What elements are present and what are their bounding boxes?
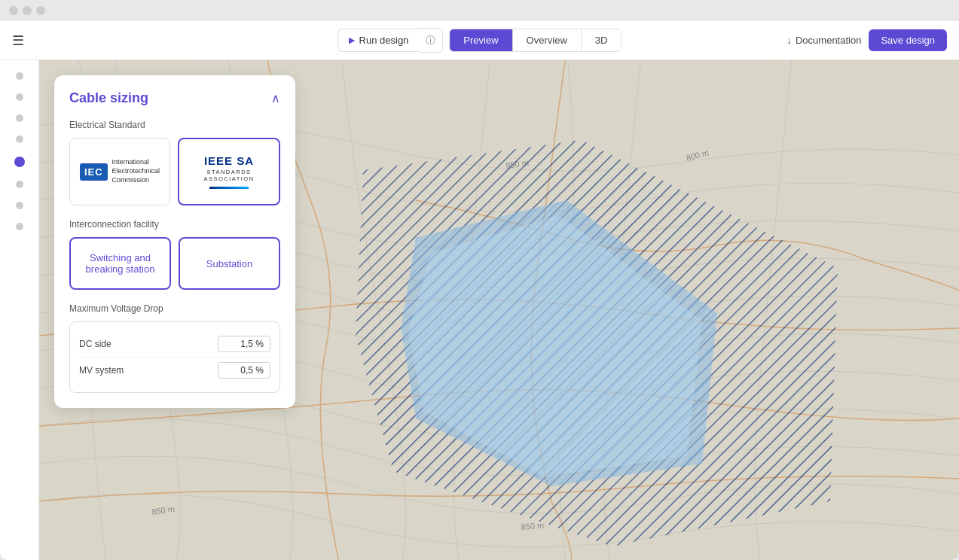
voltage-drop-label: Maximum Voltage Drop: [69, 303, 280, 314]
app-container: ☰ ▶ Run design ⓘ Preview Overview 3D ↓ D…: [0, 21, 959, 560]
documentation-label: Documentation: [796, 35, 861, 46]
download-icon: ↓: [786, 35, 792, 46]
dc-side-input[interactable]: [218, 336, 270, 352]
tab-preview[interactable]: Preview: [450, 29, 512, 51]
sidebar-dot-2[interactable]: [16, 93, 23, 101]
iec-text: InternationalElectrotechnicalCommission: [112, 158, 160, 184]
dc-side-label: DC side: [79, 339, 111, 349]
ieee-standards-text: STANDARDSASSOCIATION: [203, 169, 254, 182]
app-window: ☰ ▶ Run design ⓘ Preview Overview 3D ↓ D…: [0, 0, 959, 560]
interconnection-label: Interconnection facility: [69, 219, 280, 230]
sidebar-dot-8[interactable]: [16, 223, 23, 230]
sidebar-dot-1[interactable]: [16, 72, 23, 80]
substation-card[interactable]: Substation: [179, 237, 280, 290]
switching-station-card[interactable]: Switching and breaking station: [69, 237, 171, 290]
iec-card[interactable]: IEC InternationalElectrotechnicalCommiss…: [69, 138, 170, 205]
ieee-text: IEEE SA: [204, 154, 254, 167]
voltage-drop-section: DC side MV system: [69, 321, 280, 393]
mv-system-input[interactable]: [218, 362, 270, 379]
cable-sizing-panel: Cable sizing ∧ Electrical Standard IEC I…: [54, 75, 295, 408]
title-bar: [0, 0, 959, 21]
mv-system-label: MV system: [79, 365, 124, 376]
sidebar-dot-6[interactable]: [16, 181, 23, 188]
sidebar-dot-4[interactable]: [16, 135, 23, 143]
run-design-button[interactable]: ▶ Run design: [337, 29, 420, 52]
topbar-right: ↓ Documentation Save design: [786, 29, 947, 51]
menu-icon[interactable]: ☰: [12, 32, 24, 49]
traffic-light-minimize[interactable]: [23, 6, 32, 15]
tab-3d[interactable]: 3D: [582, 29, 622, 51]
sidebar-dot-5[interactable]: [14, 157, 25, 167]
tab-group: Preview Overview 3D: [449, 29, 622, 52]
ieee-card[interactable]: IEEE SA STANDARDSASSOCIATION: [178, 138, 280, 205]
electrical-standard-label: Electrical Standard: [69, 120, 280, 130]
sidebar-dots: [0, 60, 39, 560]
ieee-logo: IEEE SA STANDARDSASSOCIATION: [203, 154, 254, 189]
ieee-bar: [209, 187, 249, 189]
voltage-row-mv: MV system: [79, 358, 270, 383]
sidebar-dot-3[interactable]: [16, 114, 23, 122]
documentation-link[interactable]: ↓ Documentation: [786, 35, 861, 46]
iec-badge: IEC: [80, 163, 108, 181]
panel-header: Cable sizing ∧: [69, 90, 280, 106]
tab-overview[interactable]: Overview: [513, 29, 582, 51]
traffic-light-maximize[interactable]: [36, 6, 45, 15]
panel-title: Cable sizing: [69, 90, 148, 106]
play-icon: ▶: [349, 35, 355, 45]
run-design-label: Run design: [359, 35, 409, 46]
facility-cards: Switching and breaking station Substatio…: [69, 237, 280, 290]
info-button[interactable]: ⓘ: [419, 28, 443, 53]
save-design-button[interactable]: Save design: [869, 29, 947, 51]
iec-logo: IEC InternationalElectrotechnicalCommiss…: [80, 158, 160, 184]
sidebar-dot-7[interactable]: [16, 202, 23, 209]
topbar: ☰ ▶ Run design ⓘ Preview Overview 3D ↓ D…: [0, 21, 959, 60]
map-area: 800 m 850 m 850 m 850 m: [39, 60, 959, 560]
voltage-row-dc: DC side: [79, 331, 270, 358]
topbar-center: ▶ Run design ⓘ Preview Overview 3D: [337, 28, 622, 53]
traffic-light-close[interactable]: [9, 6, 18, 15]
standard-cards: IEC InternationalElectrotechnicalCommiss…: [69, 138, 280, 205]
collapse-button[interactable]: ∧: [271, 91, 280, 105]
main-area: 800 m 850 m 850 m 850 m: [0, 60, 959, 560]
